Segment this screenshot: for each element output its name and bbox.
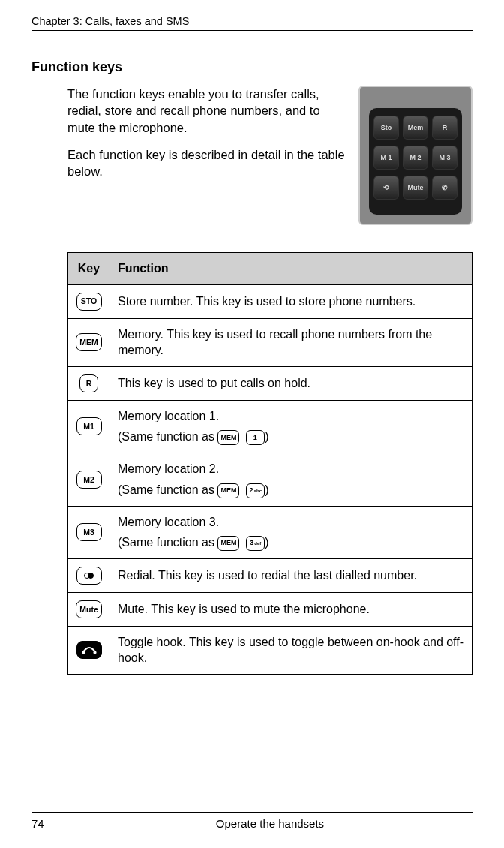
handset-key-m1: M 1 (374, 146, 399, 170)
handset-key-mute: Mute (403, 176, 428, 200)
footer-title: Operate the handsets (68, 817, 472, 830)
redial-key-icon (76, 567, 102, 585)
handset-key-mem: Mem (403, 116, 428, 140)
same-as-prefix: (Same function as (118, 536, 218, 549)
same-as-suffix: ) (265, 430, 268, 443)
page-number: 74 (32, 817, 68, 830)
table-row: Toggle hook. This key is used to toggle … (68, 626, 472, 674)
digit-1-key-icon: 1 (246, 430, 265, 445)
m3-key-icon: M3 (76, 523, 102, 541)
same-as-prefix: (Same function as (118, 483, 218, 496)
r-key-icon: R (80, 374, 98, 392)
digit-2-key-icon: 2abc (246, 483, 265, 498)
handset-key-sto: Sto (374, 116, 399, 140)
table-row: MEM Memory. This key is used to recall p… (68, 318, 472, 366)
m1-key-icon: M1 (76, 417, 102, 435)
handset-key-m3: M 3 (432, 146, 458, 170)
same-as-suffix: ) (265, 483, 268, 496)
hook-key-icon (76, 641, 102, 659)
section-heading-function-keys: Function keys (32, 59, 472, 75)
same-as-prefix: (Same function as (118, 430, 218, 443)
handset-key-redial: ⟲ (374, 176, 399, 200)
chapter-header: Chapter 3: Calls, faxes and SMS (32, 15, 472, 31)
table-cell-desc: Memory. This key is used to recall phone… (110, 318, 472, 366)
table-row: R This key is used to put calls on hold. (68, 366, 472, 400)
same-as-suffix: ) (265, 536, 268, 549)
table-head-function: Function (110, 253, 472, 285)
mute-key-icon: Mute (76, 600, 102, 618)
mem-key-icon-inline: MEM (218, 483, 239, 498)
handset-key-m2: M 2 (403, 146, 428, 170)
mem-key-icon: MEM (76, 333, 102, 351)
table-cell-desc: Memory location 3. (Same function as MEM… (110, 506, 472, 558)
digit-3-key-icon: 3def (246, 536, 265, 551)
table-cell-desc: Store number. This key is used to store … (110, 284, 472, 318)
table-cell-desc: Mute. This key is used to mute the micro… (110, 592, 472, 626)
page-footer: 74 Operate the handsets (32, 812, 472, 830)
handset-key-r: R (432, 116, 458, 140)
table-cell-desc: Toggle hook. This key is used to toggle … (110, 626, 472, 674)
table-cell-desc: Memory location 2. (Same function as MEM… (110, 453, 472, 506)
m3-desc-line1: Memory location 3. (118, 514, 464, 531)
table-cell-desc: Redial. This key is used to redial the l… (110, 558, 472, 592)
svg-rect-1 (93, 651, 96, 654)
mem-key-icon-inline: MEM (218, 536, 239, 551)
table-row: M3 Memory location 3. (Same function as … (68, 506, 472, 558)
table-row: STO Store number. This key is used to st… (68, 284, 472, 318)
table-row: M2 Memory location 2. (Same function as … (68, 453, 472, 506)
intro-paragraph-1: The function keys enable you to transfer… (68, 86, 345, 136)
sto-key-icon: STO (76, 293, 102, 311)
mem-key-icon-inline: MEM (218, 430, 239, 445)
handset-photo: Sto Mem R M 1 M 2 M 3 ⟲ Mute ✆ (358, 86, 472, 225)
table-row: Redial. This key is used to redial the l… (68, 558, 472, 592)
table-cell-desc: Memory location 1. (Same function as MEM… (110, 400, 472, 453)
function-key-table: Key Function STO Store number. This key … (68, 252, 472, 675)
table-row: M1 Memory location 1. (Same function as … (68, 400, 472, 453)
table-cell-desc: This key is used to put calls on hold. (110, 366, 472, 400)
handset-key-hook: ✆ (432, 176, 458, 200)
svg-rect-0 (82, 651, 85, 654)
m1-desc-line1: Memory location 1. (118, 408, 464, 425)
intro-paragraph-2: Each function key is described in detail… (68, 146, 345, 180)
table-row: Mute Mute. This key is used to mute the … (68, 592, 472, 626)
m2-desc-line1: Memory location 2. (118, 461, 464, 477)
table-head-key: Key (68, 253, 110, 285)
m2-key-icon: M2 (76, 471, 102, 489)
